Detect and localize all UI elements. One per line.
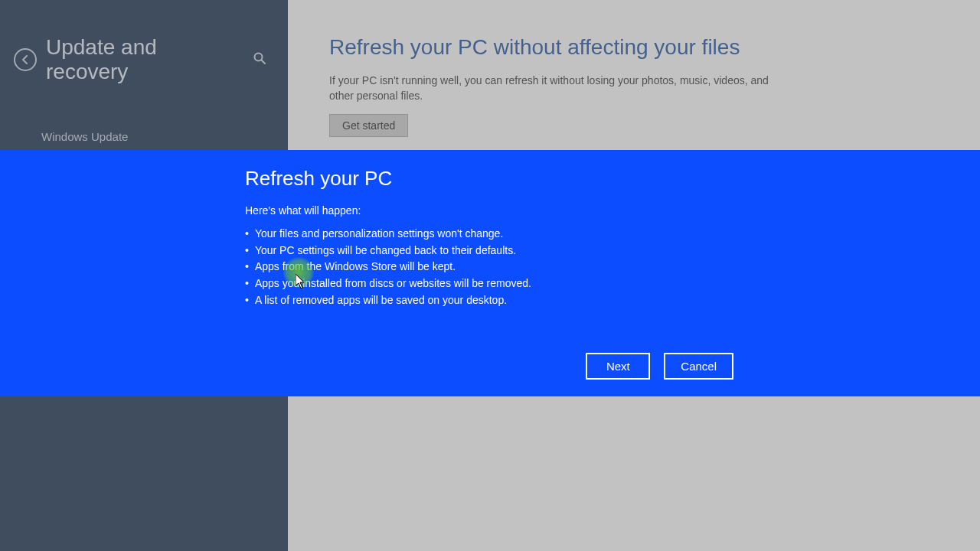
sidebar-item-label: Windows Update: [41, 130, 128, 143]
dialog-buttons: Next Cancel: [586, 353, 733, 380]
next-button[interactable]: Next: [586, 353, 650, 380]
main-description: If your PC isn't running well, you can r…: [329, 73, 789, 103]
dialog-bullet: Apps you installed from discs or website…: [245, 276, 980, 292]
sidebar-title: Update and recovery: [46, 35, 243, 84]
dialog-bullet-list: Your files and personalization settings …: [245, 226, 980, 308]
dialog-title: Refresh your PC: [245, 167, 980, 191]
cancel-button[interactable]: Cancel: [664, 353, 733, 380]
screen: Update and recovery Windows Update File …: [0, 0, 980, 551]
sidebar-item-windows-update[interactable]: Windows Update: [0, 119, 288, 154]
refresh-dialog: Refresh your PC Here's what will happen:…: [0, 150, 980, 396]
main-title: Refresh your PC without affecting your f…: [329, 35, 939, 60]
sidebar-header: Update and recovery: [0, 0, 288, 106]
dialog-bullet: A list of removed apps will be saved on …: [245, 292, 980, 309]
cancel-button-label: Cancel: [681, 360, 717, 373]
dialog-bullet: Apps from the Windows Store will be kept…: [245, 259, 980, 276]
back-button[interactable]: [14, 48, 37, 71]
svg-line-1: [262, 60, 266, 64]
get-started-label: Get started: [342, 119, 395, 132]
back-arrow-icon: [20, 54, 31, 65]
dialog-inner: Refresh your PC Here's what will happen:…: [0, 150, 980, 396]
dialog-subtitle: Here's what will happen:: [245, 204, 980, 217]
get-started-button[interactable]: Get started: [329, 114, 408, 137]
dialog-bullet: Your PC settings will be changed back to…: [245, 243, 980, 259]
dialog-bullet: Your files and personalization settings …: [245, 226, 980, 243]
next-button-label: Next: [606, 360, 630, 373]
search-icon[interactable]: [253, 51, 274, 68]
